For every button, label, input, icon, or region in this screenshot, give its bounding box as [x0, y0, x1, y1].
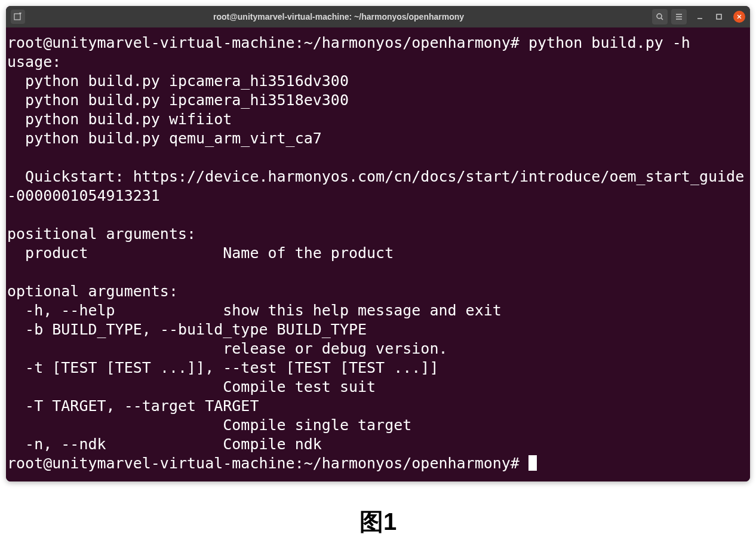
usage-line: python build.py ipcamera_hi3518ev300	[7, 91, 349, 109]
optional-line: -t [TEST [TEST ...]], --test [TEST [TEST…	[7, 359, 438, 376]
optional-line: Compile single target	[7, 416, 411, 434]
svg-point-3	[657, 14, 662, 19]
window-titlebar: root@unitymarvel-virtual-machine: ~/harm…	[6, 6, 750, 27]
terminal-window: root@unitymarvel-virtual-machine: ~/harm…	[6, 6, 750, 481]
terminal-output: root@unitymarvel-virtual-machine:~/harmo…	[7, 33, 749, 473]
cursor	[528, 455, 537, 471]
svg-rect-9	[717, 14, 721, 19]
usage-line: python build.py qemu_arm_virt_ca7	[7, 130, 322, 147]
optional-line: -T TARGET, --target TARGET	[7, 397, 259, 415]
prompt: root@unitymarvel-virtual-machine:~/harmo…	[7, 455, 520, 472]
maximize-icon	[715, 13, 723, 20]
search-button[interactable]	[652, 9, 668, 24]
optional-line: -h, --help show this help message and ex…	[7, 302, 502, 319]
optional-line: -n, --ndk Compile ndk	[7, 435, 322, 453]
maximize-button[interactable]	[713, 11, 725, 23]
command-text: python build.py -h	[528, 34, 690, 51]
close-icon	[736, 14, 742, 20]
optional-line: release or debug version.	[7, 340, 448, 357]
window-title: root@unitymarvel-virtual-machine: ~/harm…	[25, 12, 652, 22]
quickstart-line: Quickstart: https://device.harmonyos.com…	[7, 168, 744, 204]
positional-header: positional arguments:	[7, 225, 196, 243]
prompt: root@unitymarvel-virtual-machine:~/harmo…	[7, 34, 520, 51]
close-button[interactable]	[733, 11, 745, 23]
minimize-icon	[696, 13, 703, 20]
search-icon	[656, 13, 664, 21]
hamburger-icon	[675, 13, 683, 21]
optional-line: -b BUILD_TYPE, --build_type BUILD_TYPE	[7, 321, 367, 338]
positional-line: product Name of the product	[7, 244, 394, 262]
figure-caption: 图1	[6, 505, 750, 538]
usage-line: python build.py ipcamera_hi3516dv300	[7, 72, 349, 90]
menu-button[interactable]	[671, 9, 687, 24]
minimize-button[interactable]	[694, 11, 706, 23]
optional-header: optional arguments:	[7, 283, 178, 300]
new-tab-button[interactable]	[11, 10, 25, 24]
usage-label: usage:	[7, 53, 61, 70]
usage-line: python build.py wifiiot	[7, 111, 232, 128]
optional-line: Compile test suit	[7, 378, 376, 395]
new-tab-icon	[14, 13, 22, 21]
svg-rect-0	[14, 14, 20, 20]
svg-line-4	[661, 18, 663, 20]
terminal-content[interactable]: root@unitymarvel-virtual-machine:~/harmo…	[6, 27, 750, 481]
